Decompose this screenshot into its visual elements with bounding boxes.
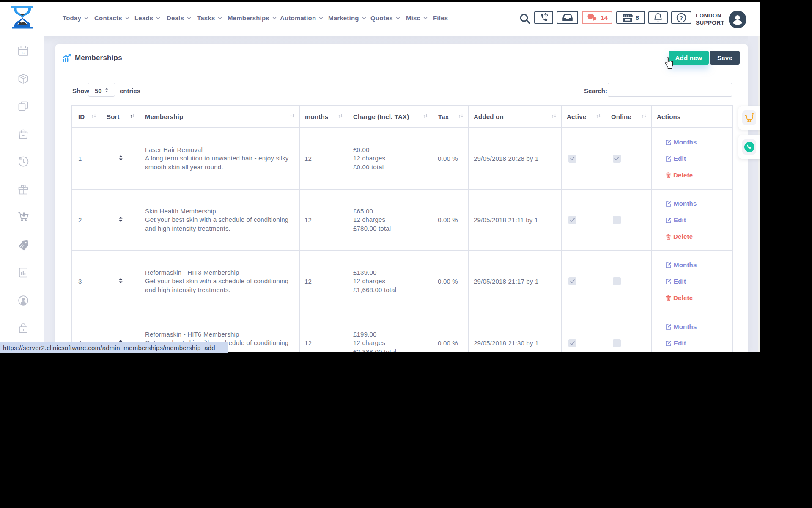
svg-text:12: 12 [21,50,26,55]
svg-text:?: ? [680,15,683,21]
